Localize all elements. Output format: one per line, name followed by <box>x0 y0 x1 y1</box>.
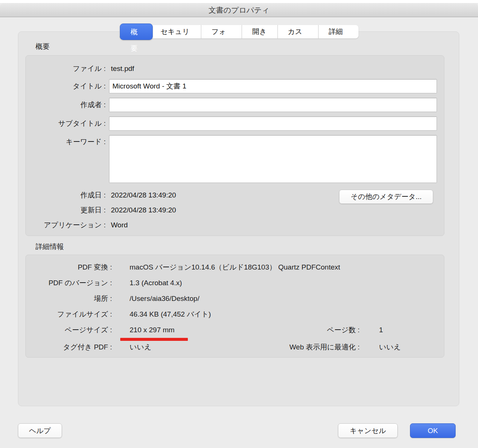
location-value: /Users/aia36/Desktop/ <box>130 294 199 303</box>
pdf-version-value: 1.3 (Acrobat 4.x) <box>130 279 182 287</box>
details-section-title: 詳細情報 <box>35 242 64 252</box>
tagged-pdf-label: タグ付き PDF : <box>25 343 112 352</box>
title-label: タイトル : <box>25 82 106 91</box>
pdf-version-label: PDF のバージョン : <box>25 279 112 287</box>
author-label: 作成者 : <box>25 100 106 109</box>
subtitle-label: サブタイトル : <box>25 119 106 128</box>
tab-group: セキュリティ フォント 開き方 カスタム 詳細設定 <box>150 25 358 38</box>
modified-label: 更新日 : <box>25 206 106 215</box>
overview-section-title: 概要 <box>35 42 50 52</box>
file-label: ファイル : <box>25 64 106 73</box>
application-label: アプリケーション : <box>25 221 106 230</box>
dialog-titlebar: 文書のプロパティ <box>0 3 478 17</box>
dialog-title: 文書のプロパティ <box>0 3 478 17</box>
cancel-button[interactable]: キャンセル <box>338 423 398 438</box>
tab-initial-view[interactable]: 開き方 <box>242 25 277 38</box>
tab-bar: 概要 セキュリティ フォント 開き方 カスタム 詳細設定 <box>120 24 358 40</box>
tab-custom[interactable]: カスタム <box>277 25 318 38</box>
file-size-value: 46.34 KB (47,452 バイト) <box>130 310 211 319</box>
ok-button[interactable]: OK <box>410 423 456 438</box>
file-value: test.pdf <box>111 64 134 73</box>
modified-value: 2022/04/28 13:49:20 <box>111 206 176 215</box>
file-size-label: ファイルサイズ : <box>25 310 112 319</box>
help-button[interactable]: ヘルプ <box>18 423 62 438</box>
pdf-producer-label: PDF 変換 : <box>25 263 112 272</box>
subtitle-input[interactable] <box>109 116 437 131</box>
location-label: 場所 : <box>25 294 112 303</box>
keywords-textarea[interactable] <box>109 135 437 183</box>
red-underline-annotation <box>120 338 188 341</box>
created-value: 2022/04/28 13:49:20 <box>111 191 176 200</box>
page-count-value: 1 <box>379 326 383 335</box>
more-metadata-button[interactable]: その他のメタデータ... <box>339 190 433 204</box>
application-value: Word <box>111 221 128 230</box>
author-input[interactable] <box>109 98 437 112</box>
title-input[interactable] <box>109 79 437 93</box>
fast-web-view-value: いいえ <box>379 343 401 352</box>
page-count-label: ページ数 : <box>261 326 360 335</box>
tab-fonts[interactable]: フォント <box>201 25 242 38</box>
tab-security[interactable]: セキュリティ <box>150 25 201 38</box>
tab-advanced[interactable]: 詳細設定 <box>318 25 358 38</box>
pdf-producer-value: macOS バージョン10.14.6（ビルド18G103） Quartz PDF… <box>130 263 340 272</box>
tagged-pdf-value: いいえ <box>130 343 151 352</box>
page-size-value: 210 x 297 mm <box>130 326 174 335</box>
tab-overview[interactable]: 概要 <box>120 24 152 40</box>
window-top-strip <box>0 0 478 3</box>
fast-web-view-label: Web 表示用に最適化 : <box>261 343 360 352</box>
created-label: 作成日 : <box>25 191 106 200</box>
keywords-label: キーワード : <box>25 137 106 146</box>
page-size-label: ページサイズ : <box>25 326 112 335</box>
